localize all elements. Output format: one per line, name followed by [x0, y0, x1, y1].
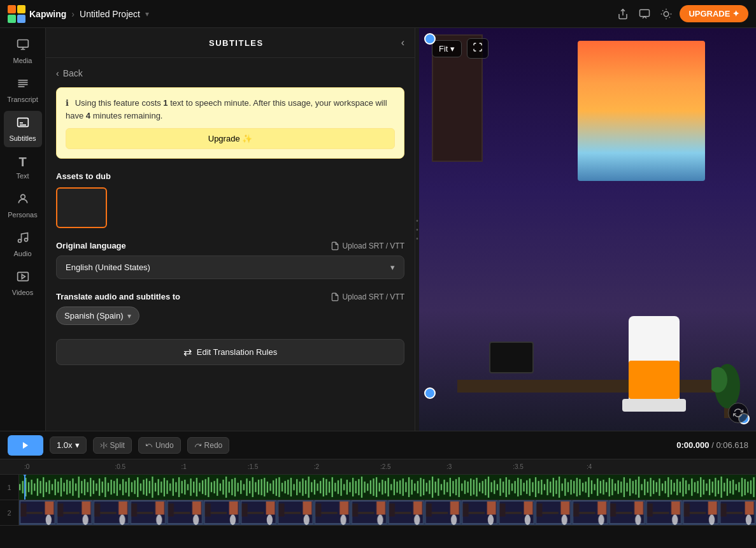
language-dropdown[interactable]: English (United States) ▾: [56, 256, 404, 279]
svg-rect-122: [282, 483, 283, 492]
sidebar-item-audio[interactable]: Audio: [4, 226, 42, 263]
upload-srt-label: Upload SRT / VTT: [342, 242, 404, 250]
svg-rect-213: [550, 482, 551, 493]
selected-language-tag[interactable]: Spanish (Spain) ▾: [56, 306, 139, 325]
upgrade-yellow-button[interactable]: Upgrade ✨: [66, 128, 395, 149]
svg-rect-192: [488, 477, 489, 498]
sidebar-item-videos[interactable]: Videos: [4, 265, 42, 301]
project-name[interactable]: Untitled Project: [80, 9, 140, 19]
videos-label: Videos: [12, 289, 33, 296]
svg-rect-149: [361, 477, 362, 498]
svg-rect-270: [718, 480, 719, 494]
svg-rect-190: [482, 481, 483, 494]
svg-rect-260: [688, 484, 690, 491]
main-area: Media Transcript Subtitles: [0, 28, 756, 431]
topbar-actions: UPGRADE ✦: [615, 5, 748, 22]
fullscreen-button[interactable]: [467, 38, 489, 59]
svg-rect-214: [553, 478, 554, 496]
track-1-label: 1: [0, 475, 19, 500]
svg-rect-274: [729, 481, 731, 494]
translate-upload-link[interactable]: Upload SRT / VTT: [331, 292, 404, 301]
project-dropdown-chevron[interactable]: ▾: [145, 10, 149, 18]
upload-srt-link[interactable]: Upload SRT / VTT: [331, 242, 404, 250]
svg-rect-239: [626, 483, 627, 492]
svg-rect-188: [476, 478, 477, 496]
control-point-top-left[interactable]: [424, 33, 436, 45]
sidebar-item-personas[interactable]: Personas: [4, 187, 42, 224]
sidebar-item-media[interactable]: Media: [4, 33, 42, 69]
breadcrumb-separator: ›: [71, 9, 75, 19]
asset-thumbnail[interactable]: [56, 187, 107, 228]
svg-rect-138: [329, 482, 330, 493]
svg-rect-146: [352, 478, 353, 496]
timeline-tracks: 1: [0, 475, 756, 548]
play-button[interactable]: [8, 435, 43, 456]
svg-rect-113: [255, 482, 256, 493]
track-2-label: 2: [0, 500, 19, 525]
undo-button[interactable]: Undo: [138, 437, 181, 454]
svg-rect-79: [155, 483, 156, 492]
svg-rect-265: [703, 480, 704, 494]
svg-rect-272: [724, 483, 725, 492]
svg-rect-230: [600, 481, 601, 494]
svg-rect-76: [146, 479, 147, 496]
time-total: 0:06.618: [716, 440, 748, 450]
svg-rect-221: [573, 481, 574, 494]
sidebar-item-transcript[interactable]: Transcript: [4, 72, 42, 108]
svg-rect-24: [17, 272, 28, 280]
svg-rect-181: [455, 479, 457, 495]
svg-rect-279: [744, 479, 745, 495]
split-button[interactable]: Split: [93, 437, 132, 454]
svg-rect-172: [429, 480, 430, 494]
svg-rect-176: [441, 484, 442, 491]
panel-title: SUBTITLES: [71, 38, 401, 48]
subtitles-label: Subtitles: [9, 134, 36, 142]
svg-rect-290: [19, 500, 756, 525]
svg-rect-218: [564, 479, 566, 496]
svg-rect-99: [213, 481, 215, 494]
back-button[interactable]: ‹ Back: [56, 68, 83, 78]
preview-canvas: [419, 28, 756, 431]
control-point-bottom-left[interactable]: [424, 387, 436, 399]
svg-rect-170: [423, 479, 424, 495]
svg-rect-101: [220, 484, 221, 491]
brightness-button[interactable]: [658, 6, 674, 22]
track-2-content[interactable]: [19, 500, 756, 525]
translate-icon: ⇄: [183, 346, 192, 358]
refresh-button[interactable]: [728, 403, 748, 423]
svg-rect-178: [446, 482, 448, 493]
comment-button[interactable]: [636, 6, 653, 22]
svg-line-9: [663, 10, 664, 11]
sidebar-item-subtitles[interactable]: Subtitles: [4, 111, 42, 147]
upgrade-button[interactable]: UPGRADE ✦: [680, 5, 748, 22]
edit-rules-button[interactable]: ⇄ Edit Translation Rules: [56, 339, 404, 365]
svg-rect-148: [358, 479, 359, 495]
speed-arrow: ▾: [75, 440, 80, 450]
share-button[interactable]: [615, 6, 631, 22]
svg-rect-48: [63, 483, 64, 492]
svg-rect-100: [217, 479, 218, 496]
svg-rect-46: [57, 482, 59, 493]
svg-rect-171: [426, 483, 427, 492]
svg-rect-5: [640, 10, 650, 17]
time-current: 0:00.000: [676, 440, 709, 450]
selected-language-value: Spanish (Spain): [64, 311, 124, 321]
room-monitor: [489, 342, 534, 373]
translate-label: Translate audio and subtitles to: [56, 292, 180, 301]
ruler-mark-2: :2: [314, 463, 319, 470]
redo-button[interactable]: Redo: [187, 437, 230, 454]
svg-rect-142: [340, 479, 341, 496]
svg-rect-161: [396, 482, 397, 493]
sidebar-item-text[interactable]: T Text: [4, 150, 42, 185]
svg-rect-267: [709, 479, 710, 495]
svg-rect-105: [231, 479, 232, 495]
svg-rect-282: [753, 477, 754, 497]
speed-button[interactable]: 1.0x ▾: [50, 436, 87, 454]
svg-rect-56: [87, 482, 88, 493]
svg-rect-143: [343, 484, 345, 491]
fit-button[interactable]: Fit ▾: [432, 40, 462, 57]
track-1-content[interactable]: [19, 475, 756, 500]
media-icon: [17, 38, 29, 54]
panel-collapse-button[interactable]: ‹: [401, 37, 404, 48]
svg-rect-58: [93, 480, 94, 494]
